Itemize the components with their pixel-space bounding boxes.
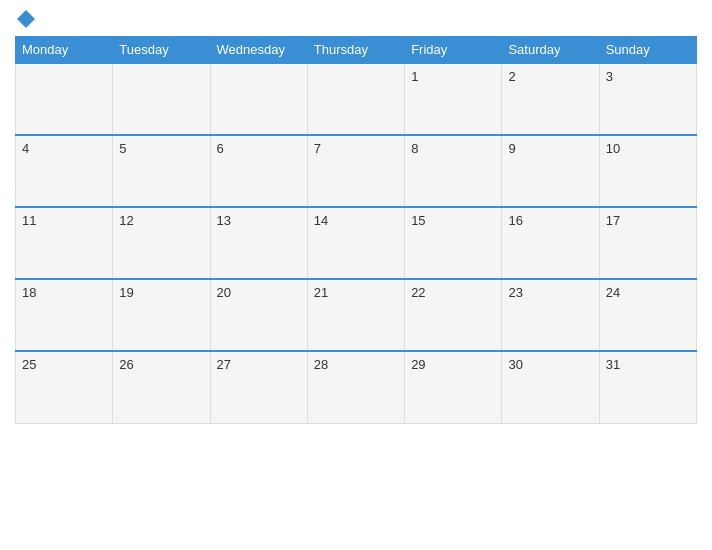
calendar-day-cell: 3 [599, 63, 696, 135]
day-number: 8 [411, 141, 418, 156]
logo [15, 10, 37, 28]
day-number: 28 [314, 357, 328, 372]
day-number: 22 [411, 285, 425, 300]
calendar-day-cell: 19 [113, 279, 210, 351]
day-number: 23 [508, 285, 522, 300]
day-number: 7 [314, 141, 321, 156]
day-number: 1 [411, 69, 418, 84]
calendar-day-cell: 26 [113, 351, 210, 423]
day-number: 17 [606, 213, 620, 228]
calendar-day-cell: 8 [405, 135, 502, 207]
day-number: 27 [217, 357, 231, 372]
day-number: 4 [22, 141, 29, 156]
calendar-day-cell: 4 [16, 135, 113, 207]
calendar-week-row: 11121314151617 [16, 207, 697, 279]
header-friday: Friday [405, 37, 502, 64]
day-number: 11 [22, 213, 36, 228]
calendar-day-cell: 23 [502, 279, 599, 351]
day-number: 18 [22, 285, 36, 300]
calendar-day-cell: 17 [599, 207, 696, 279]
calendar-day-cell: 27 [210, 351, 307, 423]
calendar-table: Monday Tuesday Wednesday Thursday Friday… [15, 36, 697, 424]
day-number: 24 [606, 285, 620, 300]
logo-diamond-icon [17, 10, 35, 28]
day-number: 21 [314, 285, 328, 300]
calendar-day-cell: 12 [113, 207, 210, 279]
calendar-day-cell: 16 [502, 207, 599, 279]
calendar-day-cell [16, 63, 113, 135]
day-number: 13 [217, 213, 231, 228]
calendar-day-cell [307, 63, 404, 135]
header-wednesday: Wednesday [210, 37, 307, 64]
header-sunday: Sunday [599, 37, 696, 64]
calendar-day-cell: 30 [502, 351, 599, 423]
calendar-day-cell: 18 [16, 279, 113, 351]
day-number: 31 [606, 357, 620, 372]
day-number: 29 [411, 357, 425, 372]
day-number: 16 [508, 213, 522, 228]
calendar-week-row: 45678910 [16, 135, 697, 207]
calendar-day-cell: 25 [16, 351, 113, 423]
calendar-day-cell: 14 [307, 207, 404, 279]
calendar-day-cell: 28 [307, 351, 404, 423]
calendar-week-row: 25262728293031 [16, 351, 697, 423]
day-number: 20 [217, 285, 231, 300]
calendar-day-cell: 11 [16, 207, 113, 279]
header-saturday: Saturday [502, 37, 599, 64]
day-number: 15 [411, 213, 425, 228]
day-number: 2 [508, 69, 515, 84]
header-thursday: Thursday [307, 37, 404, 64]
weekday-header-row: Monday Tuesday Wednesday Thursday Friday… [16, 37, 697, 64]
calendar-day-cell: 21 [307, 279, 404, 351]
calendar-day-cell: 13 [210, 207, 307, 279]
day-number: 6 [217, 141, 224, 156]
day-number: 19 [119, 285, 133, 300]
header-monday: Monday [16, 37, 113, 64]
calendar-week-row: 18192021222324 [16, 279, 697, 351]
day-number: 9 [508, 141, 515, 156]
calendar-day-cell: 22 [405, 279, 502, 351]
calendar-day-cell: 10 [599, 135, 696, 207]
day-number: 10 [606, 141, 620, 156]
calendar-day-cell [210, 63, 307, 135]
day-number: 12 [119, 213, 133, 228]
calendar-day-cell: 31 [599, 351, 696, 423]
day-number: 26 [119, 357, 133, 372]
calendar-day-cell: 5 [113, 135, 210, 207]
day-number: 14 [314, 213, 328, 228]
day-number: 30 [508, 357, 522, 372]
day-number: 25 [22, 357, 36, 372]
calendar-day-cell: 24 [599, 279, 696, 351]
header-tuesday: Tuesday [113, 37, 210, 64]
day-number: 5 [119, 141, 126, 156]
calendar-day-cell: 7 [307, 135, 404, 207]
calendar-day-cell: 15 [405, 207, 502, 279]
calendar-day-cell: 2 [502, 63, 599, 135]
page: Monday Tuesday Wednesday Thursday Friday… [0, 0, 712, 550]
day-number: 3 [606, 69, 613, 84]
calendar-week-row: 123 [16, 63, 697, 135]
calendar-day-cell: 29 [405, 351, 502, 423]
calendar-day-cell: 1 [405, 63, 502, 135]
calendar-day-cell: 20 [210, 279, 307, 351]
calendar-day-cell: 6 [210, 135, 307, 207]
calendar-day-cell [113, 63, 210, 135]
calendar-day-cell: 9 [502, 135, 599, 207]
header [15, 10, 697, 28]
